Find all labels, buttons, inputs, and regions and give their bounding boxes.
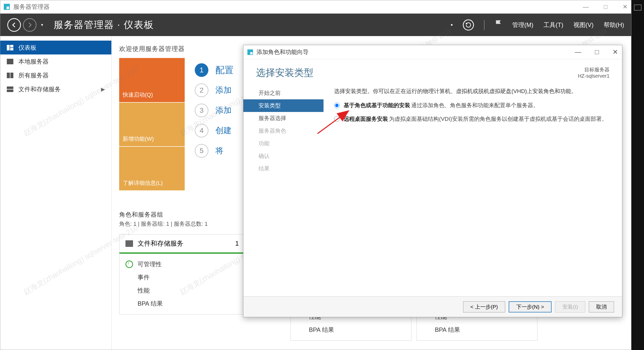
- wizard-content: 选择安装类型。你可以在正在运行的物理计算机、虚拟机或脱机虚拟硬盘(VHD)上安装…: [324, 87, 622, 284]
- svg-rect-1: [10, 45, 13, 47]
- menu-view[interactable]: 视图(V): [573, 21, 594, 29]
- previous-button[interactable]: < 上一步(P): [463, 301, 505, 312]
- step-number: 5: [195, 144, 208, 158]
- sidebar-item-file-storage[interactable]: 文件和存储服务 ▶: [0, 82, 111, 96]
- app-icon: [4, 4, 10, 10]
- sidebar-item-label: 所有服务器: [18, 71, 49, 79]
- right-edge-strip: [631, 0, 644, 350]
- option-desc: 为虚拟桌面基础结构(VDI)安装所需的角色服务以创建基于虚拟机或基于会话的桌面部…: [389, 116, 607, 122]
- tile-label: 新增功能(W): [123, 135, 154, 143]
- wizard-maximize-button[interactable]: □: [595, 48, 599, 56]
- back-button[interactable]: [7, 18, 21, 32]
- svg-rect-4: [7, 73, 10, 78]
- notifications-flag-icon[interactable]: [495, 20, 502, 30]
- menu-tools[interactable]: 工具(T): [543, 21, 563, 29]
- radio-rds[interactable]: [334, 116, 340, 122]
- header-bar: ▾ 服务器管理器 · 仪表板 • 管理(M) 工具(T) 视图(V) 帮助(H): [0, 14, 631, 36]
- sidebar-item-label: 仪表板: [18, 44, 37, 52]
- role-row-manageability[interactable]: 可管理性: [125, 258, 239, 271]
- wizard-nav: 开始之前 安装类型 服务器选择 服务器角色 功能 确认 结果: [243, 87, 324, 284]
- role-card-file-storage[interactable]: 文件和存储服务 1 可管理性 事件 性能 BPA 结果: [119, 234, 245, 314]
- role-row-bpa[interactable]: BPA 结果: [423, 323, 531, 336]
- role-card-count: 1: [235, 240, 239, 247]
- role-row-performance[interactable]: 性能: [125, 284, 239, 297]
- role-row-bpa[interactable]: BPA 结果: [297, 323, 405, 336]
- menu-manage[interactable]: 管理(M): [512, 21, 533, 29]
- svg-rect-0: [7, 45, 10, 50]
- chevron-right-icon: ▶: [101, 86, 105, 92]
- wizard-step-results: 结果: [255, 162, 324, 175]
- window-title: 服务器管理器: [13, 3, 50, 11]
- target-label: 目标服务器: [578, 66, 609, 73]
- install-button: 安装(I): [555, 301, 585, 312]
- window-titlebar: 服务器管理器 — □ ✕: [0, 0, 631, 14]
- tile-quick-start[interactable]: 快速启动(Q): [119, 58, 185, 102]
- role-row-label: BPA 结果: [138, 300, 163, 308]
- target-server-name: HZ-sqlserver1: [578, 73, 609, 79]
- sidebar-item-local-server[interactable]: 本地服务器: [0, 54, 111, 68]
- step-number: 4: [195, 124, 208, 137]
- wizard-minimize-button[interactable]: —: [575, 48, 581, 56]
- radio-role-based[interactable]: [334, 103, 340, 108]
- option-rds-install[interactable]: 远程桌面服务安装 为虚拟桌面基础结构(VDI)安装所需的角色服务以创建基于虚拟机…: [334, 115, 609, 123]
- wizard-intro-text: 选择安装类型。你可以在正在运行的物理计算机、虚拟机或脱机虚拟硬盘(VHD)上安装…: [334, 87, 609, 96]
- role-row-label: BPA 结果: [309, 326, 334, 334]
- step-label: 创建: [215, 125, 232, 136]
- status-ok-icon: [125, 260, 133, 268]
- next-button[interactable]: 下一步(N) >: [509, 301, 552, 312]
- wizard-step-features: 功能: [255, 137, 324, 150]
- server-icon: [7, 59, 14, 64]
- step-number: 1: [195, 63, 208, 77]
- sidebar-item-dashboard[interactable]: 仪表板: [0, 41, 111, 54]
- wizard-close-button[interactable]: ✕: [613, 48, 618, 56]
- tile-whats-new[interactable]: 新增功能(W): [119, 102, 185, 146]
- role-row-bpa[interactable]: BPA 结果: [125, 297, 239, 310]
- wizard-title: 添加角色和功能向导: [256, 48, 309, 56]
- option-desc: 通过添加角色、角色服务和功能来配置单个服务器。: [411, 102, 539, 108]
- role-row-label: 事件: [138, 273, 150, 281]
- strip-box-icon: [634, 5, 641, 11]
- step-label: 将: [215, 145, 223, 156]
- menu-help[interactable]: 帮助(H): [604, 21, 624, 29]
- sidebar-item-all-servers[interactable]: 所有服务器: [0, 68, 111, 82]
- svg-rect-7: [7, 90, 13, 92]
- wizard-titlebar: 添加角色和功能向导 — □ ✕: [243, 45, 622, 59]
- dashboard-icon: [7, 45, 14, 50]
- step-label: 添加: [215, 105, 232, 116]
- role-row-label: BPA 结果: [435, 326, 460, 334]
- storage-icon: [7, 86, 14, 92]
- svg-rect-3: [7, 59, 13, 64]
- tile-label: 了解详细信息(L): [123, 179, 163, 187]
- role-card-title: 文件和存储服务: [138, 239, 183, 248]
- wizard-icon: [247, 49, 253, 55]
- close-button[interactable]: ✕: [623, 3, 628, 10]
- cancel-button[interactable]: 取消: [589, 301, 614, 312]
- role-row-label: 可管理性: [138, 260, 162, 268]
- svg-rect-5: [10, 73, 13, 78]
- wizard-step-before-begin[interactable]: 开始之前: [255, 87, 324, 99]
- wizard-footer: < 上一步(P) 下一步(N) > 安装(I) 取消: [243, 296, 622, 317]
- role-row-events[interactable]: 事件: [125, 271, 239, 284]
- separator: [484, 20, 485, 30]
- step-label: 添加: [215, 85, 232, 96]
- step-number: 3: [195, 104, 208, 117]
- wizard-step-confirmation: 确认: [255, 150, 324, 162]
- breadcrumb-dropdown-icon[interactable]: ▾: [41, 22, 43, 27]
- tile-learn-more[interactable]: 了解详细信息(L): [119, 146, 185, 190]
- wizard-step-installation-type[interactable]: 安装类型: [243, 99, 324, 112]
- servers-icon: [7, 73, 14, 78]
- minimize-button[interactable]: —: [583, 3, 589, 10]
- sidebar-item-label: 本地服务器: [18, 57, 49, 66]
- wizard-heading: 选择安装类型: [256, 66, 313, 79]
- tile-label: 快速启动(Q): [123, 91, 153, 99]
- refresh-button[interactable]: [463, 19, 474, 31]
- option-role-based-install[interactable]: 基于角色或基于功能的安装 通过添加角色、角色服务和功能来配置单个服务器。: [334, 102, 609, 109]
- svg-rect-2: [10, 48, 13, 50]
- sidebar: 仪表板 本地服务器 所有服务器 文件和存储服务 ▶: [0, 36, 112, 350]
- sidebar-item-label: 文件和存储服务: [18, 85, 61, 93]
- wizard-target-info: 目标服务器 HZ-sqlserver1: [578, 66, 609, 79]
- wizard-step-server-selection[interactable]: 服务器选择: [255, 112, 324, 125]
- option-title: 远程桌面服务安装: [344, 116, 388, 122]
- forward-button[interactable]: [23, 18, 37, 32]
- maximize-button[interactable]: □: [604, 3, 608, 10]
